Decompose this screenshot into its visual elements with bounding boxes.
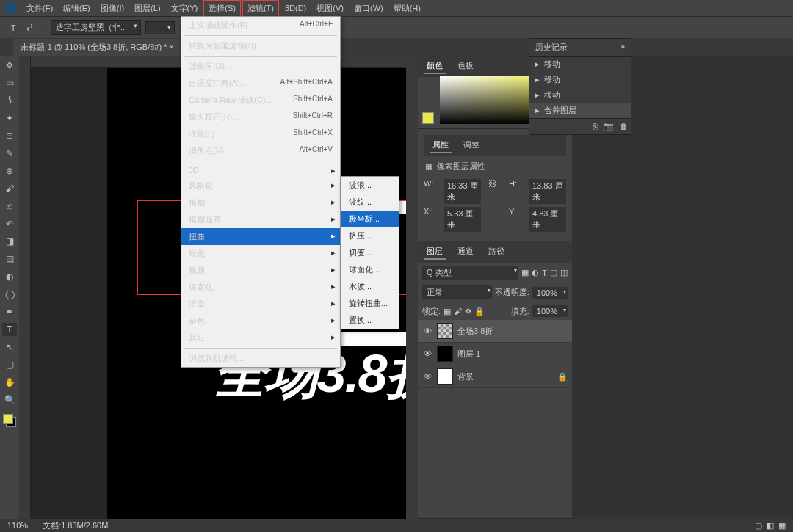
filter-adjust-icon[interactable]: ◐ (532, 268, 539, 277)
filter-item[interactable]: 锐化 (181, 245, 340, 262)
filter-smart-icon[interactable]: ◫ (560, 268, 568, 277)
status-icon[interactable]: ◧ (767, 521, 774, 531)
height-field[interactable]: 13.83 厘米 (529, 179, 566, 204)
trash-icon[interactable]: 🗑 (620, 122, 628, 131)
distort-item[interactable]: 极坐标... (341, 211, 399, 227)
visibility-icon[interactable]: 👁 (422, 327, 432, 335)
font-style-dropdown[interactable]: - (145, 21, 175, 34)
tab-adjustments[interactable]: 调整 (460, 138, 482, 153)
tab-properties[interactable]: 属性 (430, 138, 452, 153)
blur-tool[interactable]: ◐ (2, 270, 17, 283)
x-field[interactable]: 5.33 厘米 (444, 207, 481, 232)
menu-edit[interactable]: 编辑(E) (59, 1, 95, 16)
font-family-dropdown[interactable]: 造字工房坚黑（非... (51, 20, 141, 35)
tab-channels[interactable]: 通道 (455, 244, 477, 260)
filter-item[interactable]: Camera Raw 滤镜(C)...Shift+Ctrl+A (181, 92, 340, 109)
history-brush-tool[interactable]: ↶ (2, 217, 17, 230)
filter-item[interactable]: 滤镜库(G)... (181, 58, 340, 75)
distort-item[interactable]: 旋转扭曲... (341, 295, 399, 312)
width-field[interactable]: 16.33 厘米 (444, 179, 481, 204)
close-icon[interactable]: × (169, 43, 173, 51)
filter-item[interactable]: 扭曲 (181, 228, 340, 245)
path-tool[interactable]: ↖ (2, 340, 17, 354)
filter-item[interactable]: 液化(L)...Shift+Ctrl+X (181, 125, 340, 142)
lock-paint-icon[interactable]: 🖌 (454, 307, 462, 316)
history-item[interactable]: ▸合并图层 (529, 103, 631, 118)
layer-name[interactable]: 背景 (457, 371, 474, 382)
gradient-tool[interactable]: ▤ (2, 252, 17, 266)
menu-help[interactable]: 帮助(H) (389, 1, 425, 16)
tab-layers[interactable]: 图层 (424, 244, 446, 260)
history-item[interactable]: ▸移动 (529, 87, 631, 103)
lock-transparent-icon[interactable]: ▦ (443, 307, 451, 316)
orientation-icon[interactable]: ⇄ (23, 22, 35, 34)
history-item[interactable]: ▸移动 (529, 57, 631, 72)
distort-item[interactable]: 水波... (341, 278, 399, 295)
distort-item[interactable]: 挤压... (341, 227, 399, 244)
filter-item[interactable]: 像素化 (181, 279, 340, 296)
visibility-icon[interactable]: 👁 (422, 372, 432, 381)
eraser-tool[interactable]: ◨ (2, 235, 17, 248)
link-icon[interactable]: ⛓ (488, 179, 501, 204)
layer-row[interactable]: 👁背景🔒 (418, 365, 572, 388)
visibility-icon[interactable]: 👁 (422, 349, 432, 358)
zoom-level[interactable]: 110% (7, 521, 28, 530)
menu-type[interactable]: 文字(Y) (167, 1, 203, 16)
lasso-tool[interactable]: ʖ (2, 94, 17, 107)
filter-item[interactable]: 风格化 (181, 178, 340, 194)
status-icon[interactable]: ▢ (755, 521, 762, 531)
filter-item[interactable]: 模糊 (181, 194, 340, 211)
status-icon[interactable]: ▦ (778, 521, 786, 531)
filter-item[interactable]: 视频 (181, 262, 340, 279)
document-tab[interactable]: 未标题-1 @ 110% (全场3.8折, RGB/8#) * × (13, 39, 182, 56)
filter-item[interactable]: 3D (181, 163, 340, 178)
filter-item[interactable]: 模糊画廊 (181, 211, 340, 228)
snapshot-camera-icon[interactable]: 📷 (604, 122, 614, 131)
tab-color[interactable]: 颜色 (424, 59, 446, 74)
filter-item[interactable]: 杂色 (181, 313, 340, 329)
crop-tool[interactable]: ⊟ (2, 129, 17, 142)
marquee-tool[interactable]: ▭ (2, 76, 17, 90)
filter-item[interactable]: 其它 (181, 329, 340, 346)
dodge-tool[interactable]: ◯ (2, 288, 17, 301)
stamp-tool[interactable]: ⎌ (2, 200, 17, 213)
y-field[interactable]: 4.83 厘米 (529, 207, 566, 232)
heal-tool[interactable]: ⊕ (2, 164, 17, 178)
distort-item[interactable]: 置换... (341, 312, 399, 329)
layer-name[interactable]: 图层 1 (457, 349, 480, 360)
shape-tool[interactable]: ▢ (2, 358, 17, 371)
zoom-tool[interactable]: 🔍 (2, 393, 17, 407)
menu-layer[interactable]: 图层(L) (130, 1, 164, 16)
opacity-field[interactable]: 100% (532, 287, 568, 299)
distort-item[interactable]: 切变... (341, 244, 399, 261)
menu-filter[interactable]: 滤镜(T) (242, 0, 279, 17)
wand-tool[interactable]: ✦ (2, 112, 17, 125)
lock-all-icon[interactable]: 🔒 (474, 307, 485, 316)
menu-select[interactable]: 选择(S) (203, 0, 241, 17)
filter-item[interactable]: 消失点(V)...Alt+Ctrl+V (181, 142, 340, 159)
fill-field[interactable]: 100% (532, 305, 568, 317)
tab-swatches[interactable]: 色板 (455, 59, 477, 74)
filter-image-icon[interactable]: ▦ (521, 268, 529, 277)
collapse-icon[interactable]: » (620, 42, 625, 53)
distort-item[interactable]: 球面化... (341, 261, 399, 278)
menu-view[interactable]: 视图(V) (312, 1, 348, 16)
menu-file[interactable]: 文件(F) (22, 1, 57, 16)
filter-item[interactable]: 浏览联机滤镜... (181, 350, 340, 367)
filter-type-icon[interactable]: T (542, 269, 547, 277)
layer-kind-dropdown[interactable]: Q 类型 (422, 266, 518, 280)
pen-tool[interactable]: ✒ (2, 305, 17, 318)
distort-item[interactable]: 波纹... (341, 194, 399, 211)
filter-item[interactable]: 镜头校正(R)...Shift+Ctrl+R (181, 109, 340, 125)
brush-tool[interactable]: 🖌 (2, 182, 17, 195)
move-tool[interactable]: ✥ (2, 59, 17, 72)
tab-paths[interactable]: 路径 (485, 244, 507, 260)
filter-item[interactable]: 自适应广角(A)...Alt+Shift+Ctrl+A (181, 75, 340, 92)
color-swatch[interactable] (3, 414, 16, 427)
layer-row[interactable]: 👁图层 1 (418, 343, 572, 365)
filter-item[interactable]: 上次滤镜操作(F)Alt+Ctrl+F (181, 17, 340, 34)
foreground-swatch[interactable] (422, 112, 434, 124)
lock-position-icon[interactable]: ✥ (465, 307, 471, 316)
layer-row[interactable]: 👁全场3.8折 (418, 320, 572, 343)
eyedropper-tool[interactable]: ✎ (2, 147, 17, 160)
